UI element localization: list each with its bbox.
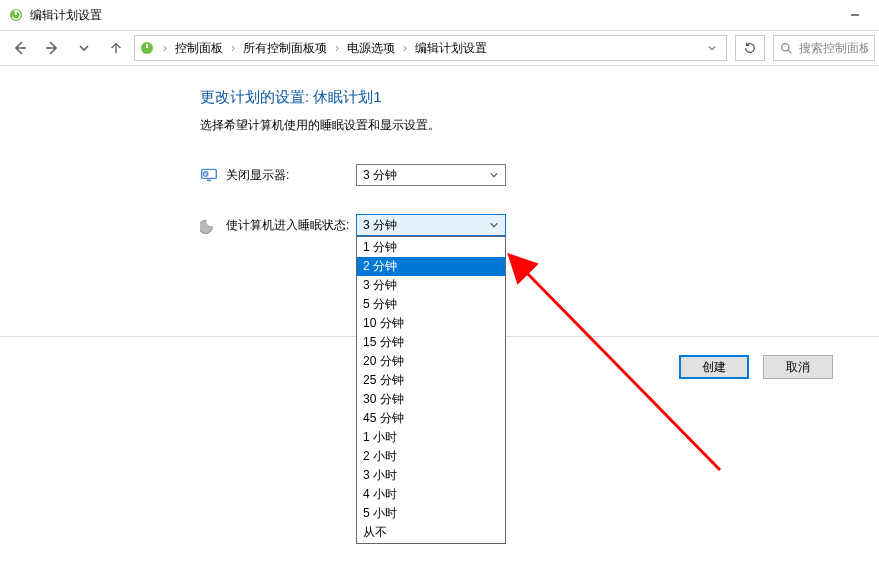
svg-rect-8: [146, 44, 148, 48]
sleep-option[interactable]: 45 分钟: [357, 409, 505, 428]
setting-row-display-off: 关闭显示器: 3 分钟: [200, 164, 879, 186]
navbar: › 控制面板 › 所有控制面板项 › 电源选项 › 编辑计划设置 搜索控制面板: [0, 30, 879, 66]
sleep-option[interactable]: 2 分钟: [357, 257, 505, 276]
titlebar: 编辑计划设置: [0, 0, 879, 30]
sleep-option[interactable]: 3 分钟: [357, 276, 505, 295]
sleep-option[interactable]: 30 分钟: [357, 390, 505, 409]
nav-up-button[interactable]: [102, 34, 130, 62]
sleep-option[interactable]: 25 分钟: [357, 371, 505, 390]
sleep-label: 使计算机进入睡眠状态:: [226, 217, 356, 234]
sleep-option[interactable]: 1 小时: [357, 428, 505, 447]
svg-line-10: [788, 50, 791, 53]
page-subtitle: 选择希望计算机使用的睡眠设置和显示设置。: [200, 117, 879, 134]
sleep-option[interactable]: 4 小时: [357, 485, 505, 504]
refresh-button[interactable]: [735, 35, 765, 61]
breadcrumb-item[interactable]: 控制面板: [171, 40, 227, 57]
cancel-button[interactable]: 取消: [763, 355, 833, 379]
sleep-option[interactable]: 3 小时: [357, 466, 505, 485]
breadcrumb-sep: ›: [333, 41, 341, 55]
breadcrumb-sep: ›: [229, 41, 237, 55]
sleep-option[interactable]: 1 分钟: [357, 238, 505, 257]
content-area: 更改计划的设置: 休眠计划1 选择希望计算机使用的睡眠设置和显示设置。 关闭显示…: [0, 66, 879, 236]
chevron-down-icon: [487, 168, 501, 182]
sleep-option[interactable]: 2 小时: [357, 447, 505, 466]
sleep-icon: [200, 216, 218, 234]
search-placeholder: 搜索控制面板: [799, 40, 868, 57]
nav-history-dropdown[interactable]: [70, 34, 98, 62]
display-off-value: 3 分钟: [363, 167, 487, 184]
svg-rect-1: [15, 11, 17, 15]
nav-back-button[interactable]: [6, 34, 34, 62]
display-off-combobox[interactable]: 3 分钟: [356, 164, 506, 186]
window-title: 编辑计划设置: [30, 7, 102, 24]
control-panel-icon: [139, 40, 155, 56]
search-icon: [780, 42, 793, 55]
sleep-option[interactable]: 15 分钟: [357, 333, 505, 352]
breadcrumb-item[interactable]: 所有控制面板项: [239, 40, 331, 57]
sleep-combobox[interactable]: 3 分钟 1 分钟2 分钟3 分钟5 分钟10 分钟15 分钟20 分钟25 分…: [356, 214, 506, 236]
page-title: 更改计划的设置: 休眠计划1: [200, 88, 879, 107]
create-button-label: 创建: [702, 359, 726, 376]
sleep-value: 3 分钟: [363, 217, 487, 234]
display-off-label: 关闭显示器:: [226, 167, 356, 184]
svg-rect-12: [207, 180, 212, 182]
svg-line-15: [206, 174, 207, 175]
window-icon: [8, 7, 24, 23]
sleep-option[interactable]: 10 分钟: [357, 314, 505, 333]
sleep-option[interactable]: 5 小时: [357, 504, 505, 523]
breadcrumb-sep: ›: [401, 41, 409, 55]
setting-row-sleep: 使计算机进入睡眠状态: 3 分钟 1 分钟2 分钟3 分钟5 分钟10 分钟15…: [200, 214, 879, 236]
sleep-option[interactable]: 5 分钟: [357, 295, 505, 314]
minimize-button[interactable]: [832, 0, 877, 30]
sleep-option[interactable]: 20 分钟: [357, 352, 505, 371]
svg-point-9: [782, 43, 789, 50]
chevron-down-icon: [487, 218, 501, 232]
create-button[interactable]: 创建: [679, 355, 749, 379]
cancel-button-label: 取消: [786, 359, 810, 376]
breadcrumb-item[interactable]: 电源选项: [343, 40, 399, 57]
address-bar[interactable]: › 控制面板 › 所有控制面板项 › 电源选项 › 编辑计划设置: [134, 35, 727, 61]
address-dropdown-button[interactable]: [702, 41, 722, 55]
sleep-option[interactable]: 从不: [357, 523, 505, 542]
sleep-dropdown-list[interactable]: 1 分钟2 分钟3 分钟5 分钟10 分钟15 分钟20 分钟25 分钟30 分…: [356, 236, 506, 544]
breadcrumb-item[interactable]: 编辑计划设置: [411, 40, 491, 57]
button-row: 创建 取消: [679, 355, 833, 379]
nav-forward-button[interactable]: [38, 34, 66, 62]
search-input[interactable]: 搜索控制面板: [773, 35, 875, 61]
breadcrumb-sep: ›: [161, 41, 169, 55]
display-icon: [200, 166, 218, 184]
